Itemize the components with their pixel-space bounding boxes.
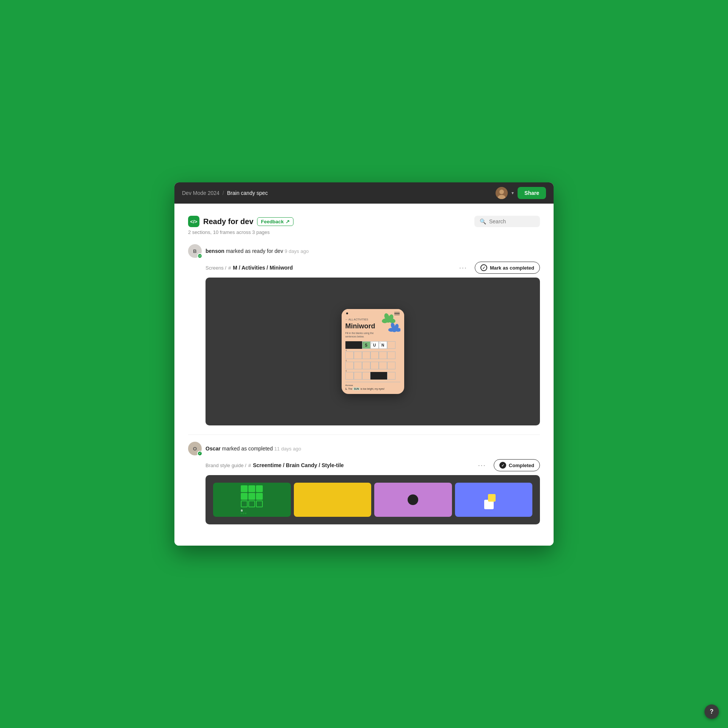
check-filled-icon: ✓: [499, 462, 506, 469]
dev-badge: </>: [197, 253, 202, 259]
crossword-cell-black: [345, 341, 354, 349]
crossword-cell: [362, 372, 370, 380]
completed-label: Completed: [509, 463, 534, 468]
clue-highlighted-word: SUN: [353, 388, 360, 390]
app-window: Dev Mode 2024 / Brain candy spec ▾ Share: [174, 182, 554, 546]
phone-clue-section: Across 1. The SUN is too bright, my eyes…: [345, 382, 400, 390]
path-prefix-2: Brand style guide /: [206, 463, 246, 468]
activity-text-1: benson marked as ready for dev 9 days ag…: [206, 248, 309, 254]
frame-actions-2: ··· ✓ Completed: [475, 459, 540, 471]
crossword-cell-black: [379, 372, 387, 380]
clue-number: 1.: [345, 388, 347, 390]
row-number-6: 6: [345, 369, 400, 372]
completed-button[interactable]: ✓ Completed: [494, 459, 540, 471]
crossword-cell: [387, 362, 395, 369]
user-avatar-benson: B </>: [188, 244, 202, 258]
activity-header-2: O ✓ Oscar marked as completed 11 days ag…: [188, 442, 540, 455]
feedback-label: Feedback: [261, 219, 284, 224]
user-avatar-oscar: O ✓: [188, 442, 202, 455]
crossword-row-2: [345, 351, 400, 359]
dev-mode-icon: </>: [188, 216, 199, 227]
crossword-row-3: [345, 362, 400, 369]
crossword-cell: [345, 372, 354, 380]
search-box[interactable]: 🔍: [474, 216, 540, 227]
ready-for-dev-label: Ready for dev: [203, 217, 253, 226]
frame-preview-1[interactable]: ← ALL ACTIVITIES Miniword Fill in the bl…: [206, 278, 540, 425]
crossword-cell: [379, 362, 387, 369]
crossword-cell: [362, 362, 370, 369]
crossword-cell-highlight: 3 N: [379, 341, 387, 349]
svg-rect-14: [488, 494, 496, 502]
user-avatar-img: [496, 187, 508, 199]
crossword-cell: [387, 372, 395, 380]
check-circle-icon: ✓: [480, 264, 487, 271]
flowers-svg: [378, 313, 400, 337]
flower-decoration: [378, 313, 400, 339]
style-tile-row: B FOR: [213, 483, 532, 517]
clue-word-1: The: [348, 388, 352, 390]
frame-path-2: Brand style guide / # Screentime / Brain…: [206, 462, 344, 468]
row-number-4: 4: [345, 349, 400, 351]
mark-completed-button[interactable]: ✓ Mark as completed: [475, 262, 540, 274]
phone-camera-dot: [346, 312, 348, 314]
crossword-cell: [345, 351, 354, 359]
activity-item-2: O ✓ Oscar marked as completed 11 days ag…: [188, 442, 540, 524]
external-link-icon: ↗: [286, 219, 290, 224]
header-row: </> Ready for dev Feedback ↗ 🔍: [188, 216, 540, 227]
feedback-badge[interactable]: Feedback ↗: [257, 217, 293, 226]
more-options-button-1[interactable]: ···: [456, 262, 470, 273]
main-content: </> Ready for dev Feedback ↗ 🔍 2 section…: [174, 204, 554, 546]
crossword-cell: [387, 351, 395, 359]
green-grid: [241, 485, 263, 507]
crossword-row-4: [345, 372, 400, 380]
crossword-cell-black: [354, 341, 362, 349]
more-options-button-2[interactable]: ···: [475, 460, 489, 471]
frame-preview-2[interactable]: B FOR: [206, 475, 540, 524]
activity-action-2: marked as completed: [222, 446, 275, 452]
crossword-cell: [345, 362, 354, 369]
breadcrumb-parent[interactable]: Dev Mode 2024: [182, 190, 220, 196]
help-button[interactable]: ?: [704, 704, 719, 719]
check-badge: ✓: [197, 451, 202, 456]
frame-name-1: M / Activities / Miniword: [233, 265, 293, 271]
breadcrumb: Dev Mode 2024 / Brain candy spec: [182, 190, 268, 196]
crossword-cell-highlight: 2 U: [370, 341, 379, 349]
mark-complete-label: Mark as completed: [490, 265, 534, 271]
crossword-cell: [379, 351, 387, 359]
breadcrumb-area: Dev Mode 2024 / Brain candy spec: [182, 190, 268, 196]
tile-label-for: FOR: [241, 512, 263, 515]
breadcrumb-current: Brain candy spec: [227, 190, 268, 196]
purple-dot: [408, 494, 418, 505]
style-tile-purple: [374, 483, 452, 517]
chevron-down-icon[interactable]: ▾: [511, 190, 514, 196]
style-tile-blue: [455, 483, 533, 517]
frame-actions-1: ··· ✓ Mark as completed: [456, 262, 540, 274]
titlebar: Dev Mode 2024 / Brain candy spec ▾ Share: [174, 182, 554, 204]
activity-username-1: benson: [206, 248, 224, 254]
avatar[interactable]: [496, 187, 508, 199]
activity-time-1: 9 days ago: [285, 248, 309, 254]
breadcrumb-separator: /: [223, 190, 224, 196]
titlebar-right: ▾ Share: [496, 187, 546, 199]
crossword-cell-empty: [387, 341, 395, 349]
svg-point-7: [386, 317, 391, 323]
row-number-5: 5: [345, 359, 400, 362]
crossword-cell: [354, 351, 362, 359]
crossword-cell-black: [370, 372, 379, 380]
crossword-cell: [370, 351, 379, 359]
frame-path-row-1: Screens / # M / Activities / Miniword ··…: [188, 262, 540, 274]
phone-clue-title: Across: [345, 384, 400, 386]
svg-point-12: [392, 327, 397, 332]
blue-tile-graphic: [482, 488, 505, 511]
tile-label-b: B: [241, 509, 263, 512]
phone-clue-text: 1. The SUN is too bright, my eyes!: [345, 388, 400, 390]
frame-path-1: Screens / # M / Activities / Miniword: [206, 265, 293, 271]
search-input[interactable]: [489, 218, 535, 224]
clue-word-2: is too bright, my eyes!: [361, 388, 384, 390]
style-tile-green: B FOR: [213, 483, 291, 517]
sub-info: 2 sections, 10 frames across 3 pages: [188, 229, 540, 235]
share-button[interactable]: Share: [518, 187, 546, 199]
hash-icon-1: #: [228, 265, 231, 271]
crossword-grid: 1 S 2 U 3 N: [345, 341, 400, 380]
crossword-cell-green: 1 S: [362, 341, 370, 349]
